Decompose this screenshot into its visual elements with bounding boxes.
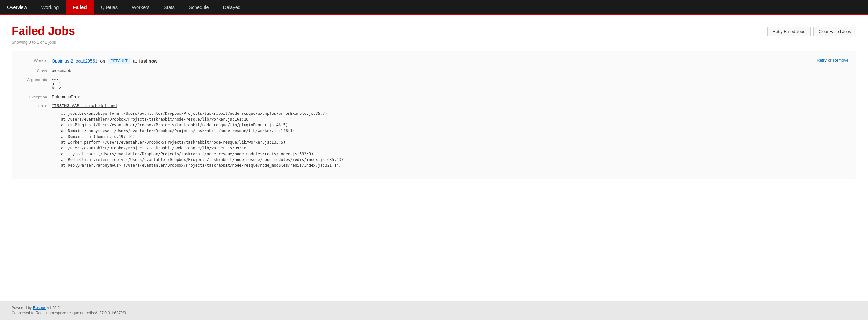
job-card: Worker Opsimus-2.local:29561 on DEFAULT … — [11, 51, 857, 179]
powered-by-text: Powered by — [11, 306, 33, 310]
footer: Powered by Resque v1.25.2 Connected to R… — [0, 301, 868, 320]
showing-text: Showing 0 to 1 of 1 jobs — [11, 40, 75, 45]
class-label: Class — [20, 68, 52, 73]
nav-item-queues[interactable]: Queues — [94, 0, 125, 14]
resque-link[interactable]: Resque — [33, 306, 46, 310]
nav-item-stats[interactable]: Stats — [157, 0, 182, 14]
exception-label: Exception — [20, 94, 52, 99]
worker-label: Worker — [20, 58, 52, 63]
main-content: Failed Jobs Showing 0 to 1 of 1 jobs Ret… — [0, 16, 868, 301]
exception-row: Exception ReferenceError — [20, 94, 848, 99]
nav-item-delayed[interactable]: Delayed — [216, 0, 247, 14]
footer-line-2: Connected to Redis namespace resque on r… — [11, 311, 857, 315]
error-label: Error — [20, 103, 52, 108]
worker-at-text: at — [133, 58, 137, 63]
worker-on-text: on — [100, 58, 105, 63]
nav-item-failed[interactable]: Failed — [66, 0, 94, 14]
job-actions: Retry or Remove — [817, 58, 848, 62]
remove-job-link[interactable]: Remove — [833, 58, 848, 62]
nav-item-overview[interactable]: Overview — [0, 0, 34, 14]
error-title: MISSING_VAR is not defined — [52, 103, 848, 108]
retry-failed-jobs-button[interactable]: Retry Failed Jobs — [767, 27, 811, 36]
nav-item-working[interactable]: Working — [34, 0, 66, 14]
stack-trace: at jobs.brokenJob.perform (/Users/evanta… — [52, 111, 848, 168]
worker-name-link[interactable]: Opsimus-2.local:29561 — [52, 58, 97, 63]
version-text: v1.25.2 — [46, 306, 60, 310]
nav-item-schedule[interactable]: Schedule — [182, 0, 216, 14]
class-value: brokenJob — [52, 68, 848, 73]
class-row: Class brokenJob — [20, 68, 848, 73]
arguments-row: Arguments --- a: 1 b: 2 — [20, 77, 848, 90]
error-content: MISSING_VAR is not defined at jobs.broke… — [52, 103, 848, 168]
retry-job-link[interactable]: Retry — [817, 58, 827, 62]
arguments-label: Arguments — [20, 77, 52, 82]
clear-failed-jobs-button[interactable]: Clear Failed Jobs — [813, 27, 857, 36]
header-buttons: Retry Failed Jobs Clear Failed Jobs — [767, 27, 857, 36]
main-nav: OverviewWorkingFailedQueuesWorkersStatsS… — [0, 0, 868, 16]
worker-line: Opsimus-2.local:29561 on DEFAULT at just… — [52, 58, 817, 64]
queue-badge: DEFAULT — [108, 58, 130, 64]
worker-time: just now — [140, 58, 158, 63]
footer-line-1: Powered by Resque v1.25.2 — [11, 306, 857, 310]
worker-row: Worker Opsimus-2.local:29561 on DEFAULT … — [20, 58, 848, 64]
connected-text: Connected to Redis namespace resque on r… — [11, 311, 126, 315]
arguments-value: --- a: 1 b: 2 — [52, 77, 848, 90]
nav-item-workers[interactable]: Workers — [125, 0, 157, 14]
error-row: Error MISSING_VAR is not defined at jobs… — [20, 103, 848, 168]
or-text: or — [828, 58, 832, 62]
exception-value: ReferenceError — [52, 94, 848, 99]
page-title: Failed Jobs — [11, 24, 75, 38]
